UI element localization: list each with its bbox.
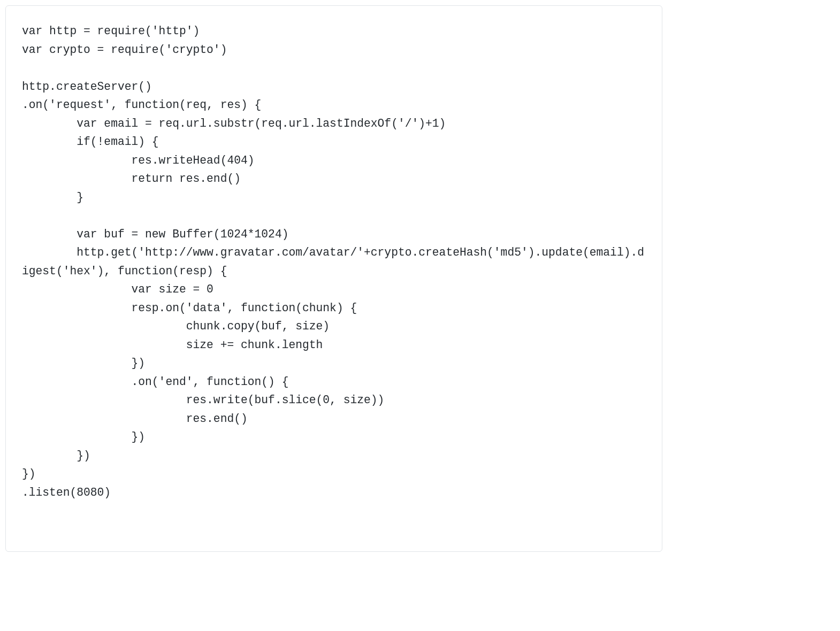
code-block: var http = require('http') var crypto = … (5, 5, 662, 552)
code-content[interactable]: var http = require('http') var crypto = … (22, 22, 646, 502)
